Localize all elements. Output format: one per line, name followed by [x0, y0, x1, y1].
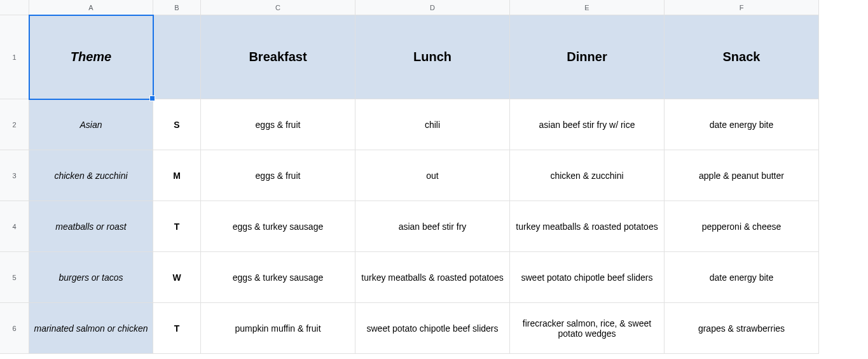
spreadsheet-grid[interactable]: A B C D E F 1 Theme Breakfast Lunch Dinn… — [0, 0, 868, 354]
row-header-3[interactable]: 3 — [0, 150, 29, 201]
cell-C4[interactable]: eggs & turkey sausage — [201, 201, 355, 252]
cell-E4[interactable]: turkey meatballs & roasted potatoes — [510, 201, 665, 252]
col-header-A[interactable]: A — [29, 0, 153, 15]
col-header-D[interactable]: D — [355, 0, 510, 15]
cell-A5[interactable]: burgers or tacos — [29, 252, 153, 303]
cell-C6[interactable]: pumpkin muffin & fruit — [201, 303, 355, 354]
cell-D4[interactable]: asian beef stir fry — [355, 201, 510, 252]
cell-E6[interactable]: firecracker salmon, rice, & sweet potato… — [510, 303, 665, 354]
cell-B2[interactable]: S — [153, 99, 201, 150]
cell-A2[interactable]: Asian — [29, 99, 153, 150]
row-header-5[interactable]: 5 — [0, 252, 29, 303]
cell-B6[interactable]: T — [153, 303, 201, 354]
cell-C3[interactable]: eggs & fruit — [201, 150, 355, 201]
cell-C5[interactable]: eggs & turkey sausage — [201, 252, 355, 303]
cell-D1[interactable]: Lunch — [355, 15, 510, 99]
col-header-B[interactable]: B — [153, 0, 201, 15]
col-header-E[interactable]: E — [510, 0, 665, 15]
cell-D5[interactable]: turkey meatballs & roasted potatoes — [355, 252, 510, 303]
cell-C2[interactable]: eggs & fruit — [201, 99, 355, 150]
row-header-6[interactable]: 6 — [0, 303, 29, 354]
cell-F1[interactable]: Snack — [665, 15, 819, 99]
cell-F2[interactable]: date energy bite — [665, 99, 819, 150]
cell-C1[interactable]: Breakfast — [201, 15, 355, 99]
cell-E5[interactable]: sweet potato chipotle beef sliders — [510, 252, 665, 303]
cell-A4[interactable]: meatballs or roast — [29, 201, 153, 252]
cell-B4[interactable]: T — [153, 201, 201, 252]
cell-B5[interactable]: W — [153, 252, 201, 303]
cell-D2[interactable]: chili — [355, 99, 510, 150]
col-header-C[interactable]: C — [201, 0, 355, 15]
cell-F4[interactable]: pepperoni & cheese — [665, 201, 819, 252]
row-header-1[interactable]: 1 — [0, 15, 29, 99]
cell-A6[interactable]: marinated salmon or chicken — [29, 303, 153, 354]
cell-D3[interactable]: out — [355, 150, 510, 201]
cell-E1[interactable]: Dinner — [510, 15, 665, 99]
cell-E2[interactable]: asian beef stir fry w/ rice — [510, 99, 665, 150]
row-header-2[interactable]: 2 — [0, 99, 29, 150]
cell-B3[interactable]: M — [153, 150, 201, 201]
cell-F6[interactable]: grapes & strawberries — [665, 303, 819, 354]
cell-F5[interactable]: date energy bite — [665, 252, 819, 303]
cell-E3[interactable]: chicken & zucchini — [510, 150, 665, 201]
cell-F3[interactable]: apple & peanut butter — [665, 150, 819, 201]
row-header-4[interactable]: 4 — [0, 201, 29, 252]
cell-D6[interactable]: sweet potato chipotle beef sliders — [355, 303, 510, 354]
select-all-corner[interactable] — [0, 0, 29, 15]
col-header-F[interactable]: F — [665, 0, 819, 15]
cell-B1[interactable] — [153, 15, 201, 99]
cell-A1[interactable]: Theme — [29, 15, 153, 99]
cell-A3[interactable]: chicken & zucchini — [29, 150, 153, 201]
